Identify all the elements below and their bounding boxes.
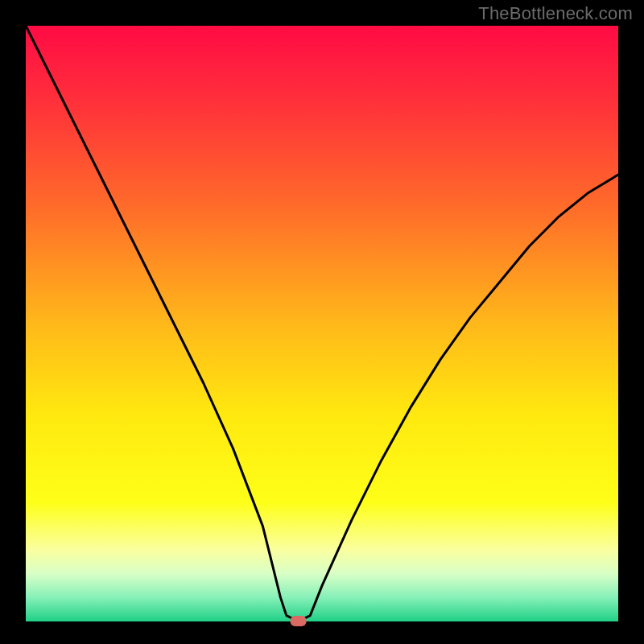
bottleneck-chart: [0, 0, 644, 644]
optimal-point-marker: [291, 616, 307, 626]
watermark-text: TheBottleneck.com: [478, 3, 633, 24]
chart-frame: TheBottleneck.com: [0, 0, 644, 644]
plot-background: [26, 26, 618, 621]
